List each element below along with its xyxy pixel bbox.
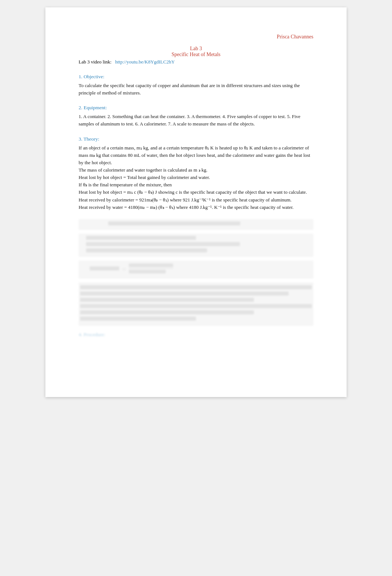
section-equipment: 2. Equipment: 1. A container. 2. Somethi…: [79, 105, 313, 128]
blurred-text-block: [79, 282, 313, 326]
blurred-formula-3: =: [79, 261, 313, 279]
theory-line4: If θ₃ is the final temperature of the mi…: [79, 182, 172, 187]
theory-line7: Heat received by water = 4180(m₂ − m₃) (…: [79, 204, 293, 210]
section-equipment-heading: 2. Equipment:: [79, 105, 313, 111]
section-procedure-heading: 4. Procedure:: [79, 332, 313, 338]
section-theory-heading: 3. Theory:: [79, 136, 313, 142]
theory-line5: Heat lost by hot object = m₁ c (θ₂ − θ₃)…: [79, 189, 307, 195]
section-theory: 3. Theory: If an object of a certain mas…: [79, 136, 313, 211]
doc-lab-number: Lab 3: [79, 46, 313, 52]
theory-line3: Heat lost by hot object = Total heat gai…: [79, 175, 210, 180]
blurred-formula-1: [79, 219, 313, 230]
video-link-line: Lab 3 video link: http://youtu.be/K8YgdI…: [79, 59, 313, 65]
video-link[interactable]: http://youtu.be/K8YgdILC2hY: [115, 59, 175, 65]
doc-title: Lab 3 Specific Heat of Metals: [79, 46, 313, 58]
theory-line6: Heat received by calorimeter = 921m₃(θ₃ …: [79, 197, 292, 203]
section-theory-body: If an object of a certain mass, m₁ kg, a…: [79, 144, 313, 211]
document-page: Prisca Chavannes Lab 3 Specific Heat of …: [45, 7, 347, 397]
section-objective-heading: 1. Objective:: [79, 74, 313, 80]
section-objective: 1. Objective: To calculate the specific …: [79, 74, 313, 97]
blurred-formula-2: [79, 234, 313, 257]
section-equipment-body: 1. A container. 2. Something that can he…: [79, 113, 313, 128]
theory-line2: The mass of calorimeter and water togeth…: [79, 167, 207, 173]
author-name: Prisca Chavannes: [79, 34, 313, 40]
section-procedure: 4. Procedure:: [79, 332, 313, 338]
section-objective-body: To calculate the specific heat capacity …: [79, 82, 313, 97]
doc-title-main: Specific Heat of Metals: [79, 52, 313, 58]
theory-line1: If an object of a certain mass, m₁ kg, a…: [79, 145, 310, 165]
video-link-label: Lab 3 video link:: [79, 59, 111, 65]
